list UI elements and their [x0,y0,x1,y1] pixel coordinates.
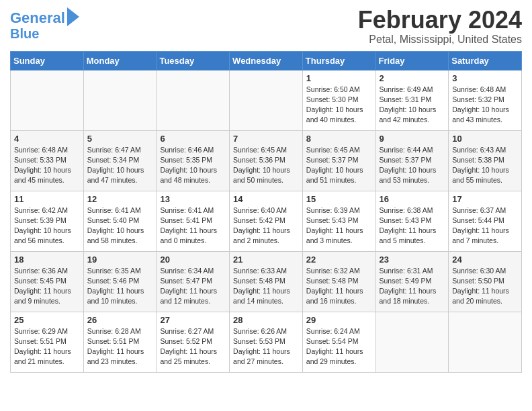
day-number: 18 [14,255,80,265]
calendar-cell: 10Sunrise: 6:43 AM Sunset: 5:38 PM Dayli… [449,130,522,191]
day-number: 7 [233,134,299,144]
day-number: 26 [87,315,153,325]
day-number: 21 [233,255,299,265]
logo-blue-text: Blue [10,26,39,41]
page-title: February 2024 [358,7,522,34]
day-info: Sunrise: 6:49 AM Sunset: 5:31 PM Dayligh… [380,85,445,126]
column-header-wednesday: Wednesday [230,51,303,70]
column-header-monday: Monday [83,51,157,70]
day-info: Sunrise: 6:45 AM Sunset: 5:36 PM Dayligh… [233,145,299,186]
logo-text: General [10,10,65,26]
calendar-cell: 11Sunrise: 6:42 AM Sunset: 5:39 PM Dayli… [11,191,84,251]
calendar-cell [375,312,449,372]
day-number: 28 [233,315,299,325]
calendar-cell: 16Sunrise: 6:38 AM Sunset: 5:43 PM Dayli… [375,191,449,251]
calendar-cell [11,70,84,130]
day-info: Sunrise: 6:47 AM Sunset: 5:34 PM Dayligh… [87,145,153,186]
column-header-saturday: Saturday [449,51,522,70]
header: General Blue February 2024 Petal, Missis… [10,7,522,46]
day-info: Sunrise: 6:44 AM Sunset: 5:37 PM Dayligh… [380,145,445,186]
calendar-cell: 3Sunrise: 6:48 AM Sunset: 5:32 PM Daylig… [449,70,522,130]
day-info: Sunrise: 6:40 AM Sunset: 5:42 PM Dayligh… [233,205,299,246]
day-info: Sunrise: 6:28 AM Sunset: 5:51 PM Dayligh… [87,326,153,367]
day-info: Sunrise: 6:34 AM Sunset: 5:47 PM Dayligh… [160,266,226,307]
day-info: Sunrise: 6:32 AM Sunset: 5:48 PM Dayligh… [306,266,372,307]
day-number: 16 [380,194,445,204]
calendar-cell: 5Sunrise: 6:47 AM Sunset: 5:34 PM Daylig… [83,130,157,191]
column-header-tuesday: Tuesday [157,51,230,70]
column-header-thursday: Thursday [302,51,375,70]
day-number: 3 [452,73,518,83]
calendar-cell: 20Sunrise: 6:34 AM Sunset: 5:47 PM Dayli… [157,251,230,312]
calendar-cell: 17Sunrise: 6:37 AM Sunset: 5:44 PM Dayli… [449,191,522,251]
day-number: 8 [306,134,372,144]
day-number: 15 [306,194,372,204]
day-number: 10 [452,134,518,144]
calendar-header-row: SundayMondayTuesdayWednesdayThursdayFrid… [11,51,522,70]
calendar-cell: 22Sunrise: 6:32 AM Sunset: 5:48 PM Dayli… [302,251,375,312]
title-area: February 2024 Petal, Mississippi, United… [358,7,522,46]
calendar-cell: 15Sunrise: 6:39 AM Sunset: 5:43 PM Dayli… [302,191,375,251]
calendar-cell: 14Sunrise: 6:40 AM Sunset: 5:42 PM Dayli… [230,191,303,251]
calendar-cell: 8Sunrise: 6:45 AM Sunset: 5:37 PM Daylig… [302,130,375,191]
day-number: 27 [160,315,226,325]
calendar-cell: 26Sunrise: 6:28 AM Sunset: 5:51 PM Dayli… [83,312,157,372]
day-number: 29 [306,315,372,325]
day-number: 17 [452,194,518,204]
calendar-cell: 28Sunrise: 6:26 AM Sunset: 5:53 PM Dayli… [230,312,303,372]
calendar-cell: 29Sunrise: 6:24 AM Sunset: 5:54 PM Dayli… [302,312,375,372]
calendar-week-row: 4Sunrise: 6:48 AM Sunset: 5:33 PM Daylig… [11,130,522,191]
day-info: Sunrise: 6:43 AM Sunset: 5:38 PM Dayligh… [452,145,518,186]
day-info: Sunrise: 6:38 AM Sunset: 5:43 PM Dayligh… [380,205,445,246]
day-number: 23 [380,255,445,265]
day-info: Sunrise: 6:24 AM Sunset: 5:54 PM Dayligh… [306,326,372,367]
day-number: 12 [87,194,153,204]
calendar-cell: 13Sunrise: 6:41 AM Sunset: 5:41 PM Dayli… [157,191,230,251]
day-info: Sunrise: 6:31 AM Sunset: 5:49 PM Dayligh… [380,266,445,307]
day-number: 14 [233,194,299,204]
day-info: Sunrise: 6:48 AM Sunset: 5:33 PM Dayligh… [14,145,80,186]
day-info: Sunrise: 6:39 AM Sunset: 5:43 PM Dayligh… [306,205,372,246]
day-number: 13 [160,194,226,204]
day-number: 25 [14,315,80,325]
day-info: Sunrise: 6:46 AM Sunset: 5:35 PM Dayligh… [160,145,226,186]
page-subtitle: Petal, Mississippi, United States [358,34,522,46]
column-header-friday: Friday [375,51,449,70]
day-info: Sunrise: 6:33 AM Sunset: 5:48 PM Dayligh… [233,266,299,307]
calendar-cell: 24Sunrise: 6:30 AM Sunset: 5:50 PM Dayli… [449,251,522,312]
calendar-cell [157,70,230,130]
day-number: 4 [14,134,80,144]
day-info: Sunrise: 6:36 AM Sunset: 5:45 PM Dayligh… [14,266,80,307]
calendar-week-row: 18Sunrise: 6:36 AM Sunset: 5:45 PM Dayli… [11,251,522,312]
day-info: Sunrise: 6:37 AM Sunset: 5:44 PM Dayligh… [452,205,518,246]
calendar-cell: 9Sunrise: 6:44 AM Sunset: 5:37 PM Daylig… [375,130,449,191]
calendar-cell: 25Sunrise: 6:29 AM Sunset: 5:51 PM Dayli… [11,312,84,372]
calendar-cell: 19Sunrise: 6:35 AM Sunset: 5:46 PM Dayli… [83,251,157,312]
calendar-cell: 23Sunrise: 6:31 AM Sunset: 5:49 PM Dayli… [375,251,449,312]
calendar-cell [83,70,157,130]
calendar-table: SundayMondayTuesdayWednesdayThursdayFrid… [10,51,522,373]
logo-arrow-icon [67,7,79,26]
calendar-week-row: 1Sunrise: 6:50 AM Sunset: 5:30 PM Daylig… [11,70,522,130]
calendar-week-row: 25Sunrise: 6:29 AM Sunset: 5:51 PM Dayli… [11,312,522,372]
day-info: Sunrise: 6:35 AM Sunset: 5:46 PM Dayligh… [87,266,153,307]
column-header-sunday: Sunday [11,51,84,70]
day-info: Sunrise: 6:45 AM Sunset: 5:37 PM Dayligh… [306,145,372,186]
calendar-cell: 18Sunrise: 6:36 AM Sunset: 5:45 PM Dayli… [11,251,84,312]
calendar-week-row: 11Sunrise: 6:42 AM Sunset: 5:39 PM Dayli… [11,191,522,251]
logo: General Blue [10,10,79,41]
day-info: Sunrise: 6:26 AM Sunset: 5:53 PM Dayligh… [233,326,299,367]
day-info: Sunrise: 6:30 AM Sunset: 5:50 PM Dayligh… [452,266,518,307]
day-number: 2 [380,73,445,83]
day-number: 19 [87,255,153,265]
day-number: 5 [87,134,153,144]
calendar-cell: 12Sunrise: 6:41 AM Sunset: 5:40 PM Dayli… [83,191,157,251]
day-info: Sunrise: 6:50 AM Sunset: 5:30 PM Dayligh… [306,85,372,126]
day-number: 24 [452,255,518,265]
calendar-cell [230,70,303,130]
calendar-cell: 27Sunrise: 6:27 AM Sunset: 5:52 PM Dayli… [157,312,230,372]
day-number: 20 [160,255,226,265]
calendar-cell: 2Sunrise: 6:49 AM Sunset: 5:31 PM Daylig… [375,70,449,130]
day-number: 22 [306,255,372,265]
day-info: Sunrise: 6:42 AM Sunset: 5:39 PM Dayligh… [14,205,80,246]
